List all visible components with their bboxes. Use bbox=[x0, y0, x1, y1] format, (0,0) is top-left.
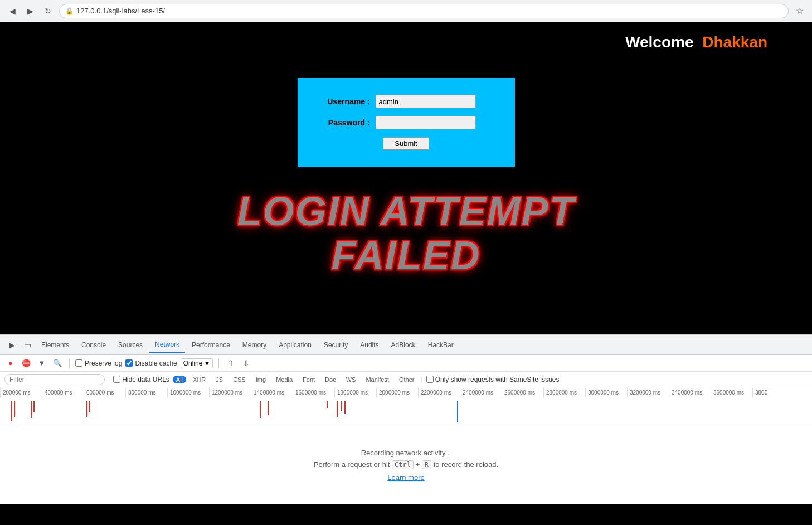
timeline-bar-3 bbox=[31, 401, 32, 418]
username-label: Username : bbox=[320, 97, 370, 106]
preserve-log-label[interactable]: Preserve log bbox=[75, 359, 122, 367]
filter-tag-css[interactable]: CSS bbox=[230, 376, 249, 383]
tab-memory[interactable]: Memory bbox=[237, 338, 272, 352]
tick-1000: 1000000 ms bbox=[167, 387, 209, 398]
tab-elements[interactable]: Elements bbox=[36, 338, 75, 352]
tab-hackbar[interactable]: HackBar bbox=[422, 338, 459, 352]
tick-1800: 1800000 ms bbox=[334, 387, 376, 398]
r-key: R bbox=[422, 460, 431, 469]
filter-tag-media[interactable]: Media bbox=[273, 376, 296, 383]
tab-audits[interactable]: Audits bbox=[354, 338, 384, 352]
username-row: Username : bbox=[320, 95, 493, 108]
clear-button[interactable]: ⛔ bbox=[20, 357, 32, 370]
learn-more-link[interactable]: Learn more bbox=[387, 473, 424, 482]
login-failed-line2: FAILED bbox=[237, 234, 575, 278]
tick-200: 200000 ms bbox=[0, 387, 42, 398]
ctrl-key: Ctrl bbox=[392, 460, 414, 469]
empty-state: Recording network activity... Perform a … bbox=[0, 426, 812, 504]
recording-text: Recording network activity... bbox=[361, 449, 451, 457]
username-input[interactable] bbox=[376, 95, 476, 108]
refresh-button[interactable]: ↻ bbox=[41, 4, 55, 18]
tick-1400: 1400000 ms bbox=[251, 387, 293, 398]
submit-row: Submit bbox=[320, 137, 493, 150]
timeline-bar-10 bbox=[337, 401, 338, 417]
tick-2200: 2200000 ms bbox=[418, 387, 460, 398]
tick-3000: 3000000 ms bbox=[585, 387, 627, 398]
tick-600: 600000 ms bbox=[84, 387, 125, 398]
separator-2 bbox=[218, 358, 219, 368]
filter-tag-img[interactable]: Img bbox=[252, 376, 269, 383]
timeline-bar-9 bbox=[327, 401, 328, 408]
tick-3600: 3600000 ms bbox=[711, 387, 752, 398]
filter-tag-all[interactable]: All bbox=[173, 376, 186, 383]
filter-tag-manifest[interactable]: Manifest bbox=[362, 376, 392, 383]
tab-performance[interactable]: Performance bbox=[186, 338, 236, 352]
disable-cache-checkbox[interactable] bbox=[125, 359, 133, 367]
tick-2400: 2400000 ms bbox=[460, 387, 502, 398]
timeline-bar-5 bbox=[86, 401, 87, 417]
address-bar[interactable]: 🔒 127.0.0.1/sqli-labs/Less-15/ bbox=[59, 4, 789, 18]
back-button[interactable]: ◀ bbox=[6, 4, 19, 18]
welcome-header: Welcome Dhakkan bbox=[625, 33, 767, 51]
welcome-label: Welcome bbox=[625, 33, 693, 51]
import-button[interactable]: ⇧ bbox=[225, 357, 237, 370]
preserve-log-checkbox[interactable] bbox=[75, 359, 82, 367]
tick-3400: 3400000 ms bbox=[669, 387, 711, 398]
throttle-select[interactable]: Online ▼ bbox=[181, 358, 213, 368]
timeline-bar-2 bbox=[14, 401, 15, 417]
samesite-checkbox[interactable] bbox=[426, 376, 434, 383]
timeline-bar-12 bbox=[344, 401, 346, 414]
filter-tag-doc[interactable]: Doc bbox=[322, 376, 339, 383]
export-button[interactable]: ⇩ bbox=[240, 357, 252, 370]
hide-data-urls-checkbox[interactable] bbox=[113, 376, 120, 383]
record-button[interactable]: ● bbox=[4, 357, 17, 370]
hide-data-urls-label[interactable]: Hide data URLs bbox=[113, 376, 169, 383]
tick-2000: 2000000 ms bbox=[376, 387, 418, 398]
timeline-bar-8 bbox=[268, 401, 269, 415]
tab-sources[interactable]: Sources bbox=[113, 338, 148, 352]
lock-icon: 🔒 bbox=[65, 7, 74, 15]
tab-console[interactable]: Console bbox=[76, 338, 111, 352]
filter-bar: | Hide data URLs All XHR JS CSS Img Medi… bbox=[0, 372, 812, 387]
timeline-bar-blue bbox=[457, 401, 458, 422]
tick-1600: 1600000 ms bbox=[293, 387, 334, 398]
devtools-panel: ▶ ▭ Elements Console Sources Network Per… bbox=[0, 334, 812, 504]
filter-icon-button[interactable]: ▼ bbox=[36, 357, 48, 370]
timeline-bar-4 bbox=[33, 401, 35, 412]
forward-button[interactable]: ▶ bbox=[23, 4, 37, 18]
hint-text: Perform a request or hit Ctrl + R to rec… bbox=[314, 460, 498, 469]
filter-input[interactable] bbox=[4, 374, 105, 385]
browser-chrome: ◀ ▶ ↻ 🔒 127.0.0.1/sqli-labs/Less-15/ ☆ bbox=[0, 0, 812, 22]
login-form-container: Username : Password : Submit bbox=[298, 78, 515, 167]
login-failed-message: LOGIN ATTEMPT FAILED bbox=[237, 189, 575, 278]
search-button[interactable]: 🔍 bbox=[51, 357, 64, 370]
url-text: 127.0.0.1/sqli-labs/Less-15/ bbox=[76, 7, 165, 15]
filter-tag-ws[interactable]: WS bbox=[343, 376, 359, 383]
password-input[interactable] bbox=[376, 116, 476, 129]
tab-security[interactable]: Security bbox=[318, 338, 353, 352]
tab-application[interactable]: Application bbox=[273, 338, 317, 352]
devtools-tabs-bar: ▶ ▭ Elements Console Sources Network Per… bbox=[0, 335, 812, 355]
login-failed-line1: LOGIN ATTEMPT bbox=[237, 189, 575, 234]
page-content: Welcome Dhakkan Username : Password : Su… bbox=[0, 22, 812, 334]
network-toolbar: ● ⛔ ▼ 🔍 Preserve log Disable cache Onlin… bbox=[0, 355, 812, 372]
timeline-header: 200000 ms 400000 ms 600000 ms 800000 ms … bbox=[0, 387, 812, 398]
filter-tag-js[interactable]: JS bbox=[212, 376, 226, 383]
samesite-label[interactable]: Only show requests with SameSite issues bbox=[426, 376, 560, 383]
tick-3200: 3200000 ms bbox=[627, 387, 669, 398]
disable-cache-label[interactable]: Disable cache bbox=[125, 359, 177, 367]
device-toolbar-button[interactable]: ▭ bbox=[20, 338, 35, 352]
tab-network[interactable]: Network bbox=[149, 337, 185, 353]
submit-button[interactable]: Submit bbox=[383, 137, 429, 150]
timeline-bar-1 bbox=[11, 401, 12, 421]
filter-tag-xhr[interactable]: XHR bbox=[189, 376, 209, 383]
bookmark-button[interactable]: ☆ bbox=[793, 4, 806, 18]
element-picker-button[interactable]: ▶ bbox=[4, 338, 19, 352]
separator-1 bbox=[69, 358, 70, 368]
tick-2800: 2800000 ms bbox=[543, 387, 585, 398]
tab-adblock[interactable]: AdBlock bbox=[386, 338, 421, 352]
filter-tag-font[interactable]: Font bbox=[299, 376, 318, 383]
timeline-bar-6 bbox=[89, 401, 90, 412]
timeline-bar-11 bbox=[341, 401, 342, 411]
filter-tag-other[interactable]: Other bbox=[396, 376, 418, 383]
